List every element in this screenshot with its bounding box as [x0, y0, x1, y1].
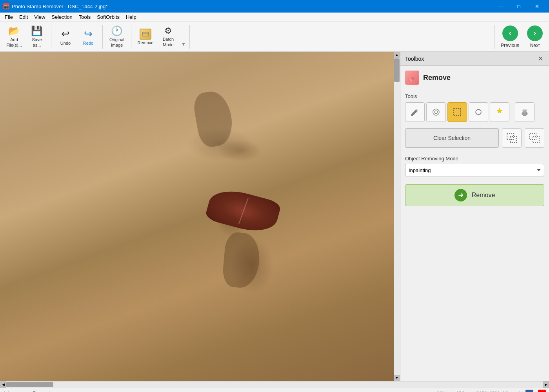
maximize-button[interactable]: □	[510, 0, 528, 13]
batch-mode-button[interactable]: ⚙ BatchMode	[157, 25, 179, 49]
redo-icon: ↪	[84, 28, 93, 40]
original-image-icon: 🕐	[111, 25, 123, 36]
scroll-track-v[interactable]	[394, 58, 400, 375]
svg-text:+: +	[511, 138, 513, 141]
tools-row	[405, 102, 544, 122]
action-row: Clear Selection + −	[405, 128, 544, 148]
toolbar-tools-group: Remove ⚙ BatchMode ▼	[135, 25, 190, 49]
facebook-icon[interactable]: f	[525, 390, 533, 392]
toolbar: 📂 AddFile(s)... 💾 Saveas... ↩ Undo ↪ Red…	[0, 22, 549, 52]
app-icon: 📷	[3, 3, 9, 9]
next-label: Next	[530, 43, 540, 48]
rect-select-tool-button[interactable]	[447, 102, 467, 122]
scroll-up-button[interactable]: ▲	[394, 52, 400, 58]
scroll-right-button[interactable]: ▶	[543, 381, 549, 388]
menu-help[interactable]: Help	[123, 13, 140, 21]
clear-selection-button[interactable]: Clear Selection	[405, 128, 499, 148]
toolbox-close-button[interactable]: ✕	[536, 55, 544, 63]
canvas-area[interactable]: ▲ ▼	[0, 52, 400, 381]
redo-button[interactable]: ↪ Redo	[77, 25, 99, 49]
remove-toolbar-label: Remove	[138, 40, 154, 45]
title-bar: 📷 Photo Stamp Remover - DSC_1444-2.jpg* …	[0, 0, 549, 13]
remove-toolbar-button[interactable]: Remove	[135, 25, 156, 49]
remove-btn-label: Remove	[472, 192, 495, 199]
leaf-object	[205, 185, 282, 237]
add-files-icon: 📂	[8, 25, 20, 36]
scroll-thumb-v[interactable]	[394, 58, 400, 82]
remove-arrow-icon	[454, 189, 467, 201]
bottom-area: ◀ ▶ 1:1 30% JPG (3872x2592x24) ℹ f ▶	[0, 381, 549, 392]
undo-button[interactable]: ↩ Undo	[55, 25, 76, 49]
previous-button[interactable]: ‹ Previous	[498, 24, 522, 50]
remove-title: Remove	[423, 74, 451, 82]
info-icon: ℹ	[519, 391, 521, 392]
original-image-label: OriginalImage	[109, 37, 124, 47]
status-sep-1	[49, 390, 49, 392]
file-format: JPG	[456, 391, 465, 392]
status-info: 30% JPG (3872x2592x24) ℹ f ▶	[437, 390, 546, 392]
youtube-icon[interactable]: ▶	[538, 390, 546, 392]
next-icon: ›	[527, 25, 543, 41]
minimize-button[interactable]: —	[492, 0, 510, 13]
menu-bar: File Edit View Selection Tools SoftOrbit…	[0, 13, 549, 22]
menu-file[interactable]: File	[2, 13, 16, 21]
svg-text:−: −	[533, 137, 536, 141]
footprint-bottom	[222, 231, 262, 289]
scroll-left-button[interactable]: ◀	[0, 381, 6, 388]
vertical-scrollbar[interactable]: ▲ ▼	[394, 52, 400, 381]
original-image-button[interactable]: 🕐 OriginalImage	[106, 25, 128, 49]
batch-mode-label: BatchMode	[163, 37, 174, 47]
toolbox-title: Toolbox	[405, 56, 424, 62]
scroll-thumb-h[interactable]	[6, 382, 53, 387]
pencil-tool-button[interactable]	[405, 102, 425, 122]
scroll-track-h[interactable]	[6, 381, 543, 388]
remove-icon	[405, 71, 419, 85]
image-dimensions: (3872x2592x24)	[475, 391, 509, 392]
add-selection-button[interactable]: +	[502, 128, 522, 148]
toolbox-header: Toolbox ✕	[400, 52, 549, 66]
status-sep-2	[451, 390, 451, 392]
add-files-label: AddFile(s)...	[6, 37, 22, 47]
magic-tool-button[interactable]	[469, 102, 488, 122]
status-bar: 1:1 30% JPG (3872x2592x24) ℹ f ▶	[0, 388, 549, 392]
title-bar-left: 📷 Photo Stamp Remover - DSC_1444-2.jpg*	[3, 3, 107, 9]
previous-icon: ‹	[502, 25, 518, 41]
mode-select[interactable]: Inpainting Smart Fill Clone	[405, 164, 544, 176]
menu-selection[interactable]: Selection	[48, 13, 75, 21]
nav-divider	[494, 25, 494, 49]
more-arrow: ▼	[181, 41, 186, 47]
mode-label: Object Removing Mode	[405, 156, 544, 162]
toolbar-file-group: 📂 AddFile(s)... 💾 Saveas...	[3, 25, 51, 49]
horizontal-scroll-row: ◀ ▶	[0, 381, 549, 388]
save-as-icon: 💾	[31, 25, 43, 36]
next-button[interactable]: › Next	[524, 24, 546, 50]
eraser-tool-button[interactable]	[426, 102, 446, 122]
stamp-tool-button[interactable]	[515, 102, 534, 122]
remove-section-header: Remove	[405, 71, 544, 88]
save-as-button[interactable]: 💾 Saveas...	[26, 25, 48, 49]
menu-tools[interactable]: Tools	[76, 13, 94, 21]
subtract-selection-button[interactable]: −	[525, 128, 544, 148]
zoom-indicator: 1:1	[3, 391, 43, 392]
remove-button[interactable]: Remove	[405, 184, 544, 206]
close-button[interactable]: ✕	[528, 0, 546, 13]
previous-label: Previous	[501, 43, 519, 48]
redo-label: Redo	[83, 41, 93, 45]
toolbar-edit-group: ↩ Undo ↪ Redo	[55, 25, 103, 49]
menu-view[interactable]: View	[31, 13, 48, 21]
tools-label: Tools	[405, 93, 544, 99]
svg-rect-6	[454, 109, 461, 116]
add-files-button[interactable]: 📂 AddFile(s)...	[3, 25, 25, 49]
wand-tool-button[interactable]	[490, 102, 509, 122]
zoom-percent: 30%	[437, 391, 446, 392]
undo-label: Undo	[60, 41, 71, 45]
image-canvas[interactable]	[0, 52, 400, 381]
title-bar-controls: — □ ✕	[492, 0, 546, 13]
toolbox-body: Remove Tools	[400, 66, 549, 381]
footprint-top	[191, 89, 236, 149]
scroll-down-button[interactable]: ▼	[394, 375, 400, 381]
menu-edit[interactable]: Edit	[16, 13, 31, 21]
remove-toolbar-icon	[140, 29, 151, 40]
menu-softorbits[interactable]: SoftOrbits	[94, 13, 123, 21]
status-sep-3	[470, 390, 470, 392]
